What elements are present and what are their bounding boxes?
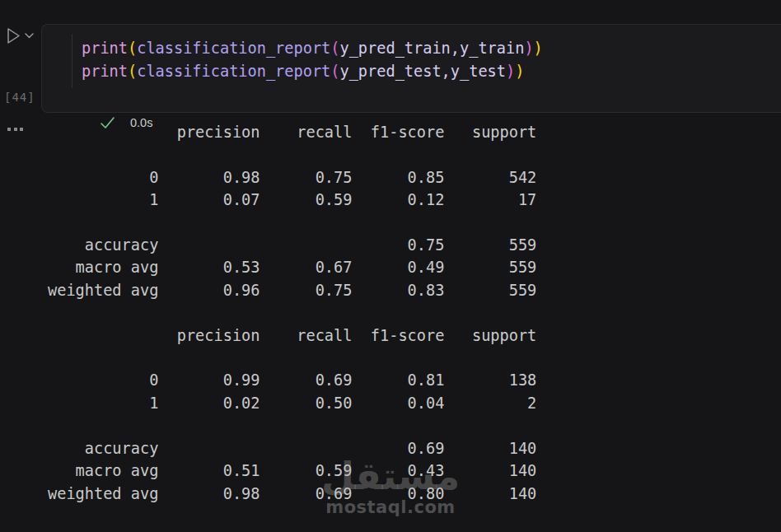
execution-count: [44] — [4, 91, 35, 104]
notebook-code-cell[interactable]: print(classification_report(y_pred_train… — [41, 24, 781, 113]
run-icon[interactable] — [5, 26, 22, 45]
run-cell-button[interactable] — [5, 26, 38, 45]
classification-report-output: precision recall f1-score support 0 0.98… — [48, 121, 536, 505]
code-editor[interactable]: print(classification_report(y_pred_train… — [82, 37, 543, 83]
editor-left-guide — [72, 34, 72, 88]
ellipsis-icon — [7, 128, 11, 131]
more-actions-button[interactable] — [7, 128, 23, 131]
chevron-down-icon[interactable] — [24, 31, 35, 40]
